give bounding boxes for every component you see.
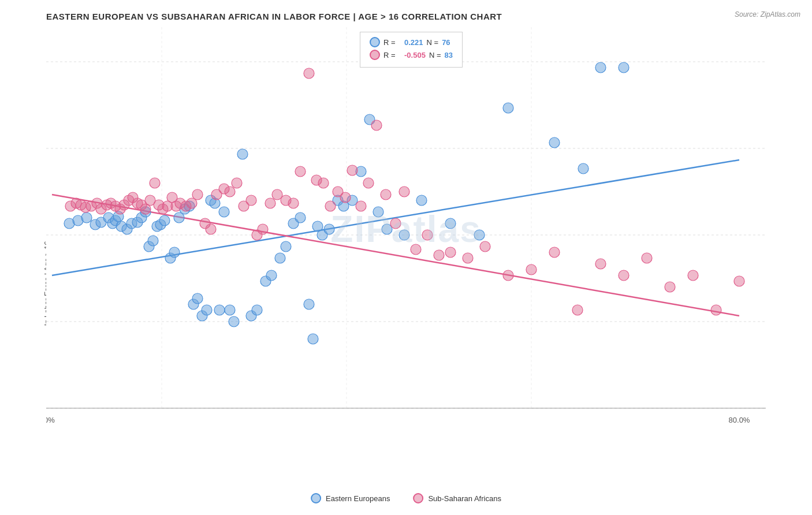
svg-point-143 bbox=[503, 270, 513, 281]
svg-point-116 bbox=[246, 195, 256, 206]
svg-point-133 bbox=[371, 120, 382, 130]
legend-swatch-pink bbox=[370, 50, 380, 60]
svg-point-119 bbox=[265, 198, 275, 208]
legend-n-pink: N = bbox=[429, 51, 441, 59]
svg-point-70 bbox=[373, 207, 383, 217]
svg-point-32 bbox=[148, 236, 158, 246]
chart-title: EASTERN EUROPEAN VS SUBSAHARAN AFRICAN I… bbox=[46, 12, 766, 21]
svg-point-153 bbox=[734, 276, 744, 286]
svg-point-59 bbox=[295, 212, 306, 223]
legend-item-pink: Sub-Saharan Africans bbox=[413, 493, 501, 503]
svg-point-126 bbox=[318, 178, 329, 188]
svg-point-127 bbox=[325, 201, 336, 211]
legend-box: R = 0.221 N = 76 R = -0.505 N = 83 bbox=[360, 32, 463, 68]
svg-point-60 bbox=[304, 299, 314, 309]
svg-point-138 bbox=[422, 230, 433, 240]
svg-point-148 bbox=[619, 270, 629, 281]
svg-point-110 bbox=[206, 224, 216, 234]
svg-point-42 bbox=[192, 293, 203, 304]
svg-point-141 bbox=[463, 253, 473, 263]
chart-container: EASTERN EUROPEAN VS SUBSAHARAN AFRICAN I… bbox=[0, 0, 812, 515]
svg-point-74 bbox=[445, 218, 456, 229]
legend-r-blue: R = bbox=[383, 38, 401, 47]
legend-swatch-blue bbox=[370, 37, 380, 47]
svg-point-35 bbox=[159, 215, 170, 226]
legend-n-blue: N = bbox=[427, 38, 439, 47]
svg-point-108 bbox=[192, 189, 203, 200]
svg-point-56 bbox=[275, 253, 285, 263]
legend-n-value-pink: 83 bbox=[444, 51, 452, 59]
svg-point-53 bbox=[252, 305, 262, 315]
svg-point-77 bbox=[549, 137, 560, 148]
legend-swatch-blue-bottom bbox=[311, 493, 321, 503]
svg-point-122 bbox=[288, 198, 299, 208]
svg-point-72 bbox=[399, 230, 409, 240]
svg-point-131 bbox=[356, 201, 366, 211]
svg-point-151 bbox=[688, 270, 698, 281]
svg-point-57 bbox=[281, 241, 291, 252]
svg-point-145 bbox=[549, 247, 560, 258]
svg-point-130 bbox=[347, 165, 357, 176]
svg-point-142 bbox=[480, 241, 490, 252]
svg-point-113 bbox=[225, 186, 235, 197]
svg-point-61 bbox=[308, 334, 318, 344]
legend-n-value-blue: 76 bbox=[442, 38, 450, 47]
svg-point-152 bbox=[711, 305, 721, 315]
svg-point-99 bbox=[150, 178, 160, 188]
svg-point-76 bbox=[503, 103, 513, 113]
svg-point-114 bbox=[232, 178, 242, 188]
svg-point-135 bbox=[390, 218, 401, 229]
svg-point-47 bbox=[214, 305, 225, 315]
legend-r-pink: R = bbox=[383, 51, 401, 59]
legend-label-blue: Eastern Europeans bbox=[326, 494, 390, 503]
svg-point-64 bbox=[324, 224, 334, 234]
svg-line-14 bbox=[52, 160, 739, 275]
svg-point-80 bbox=[619, 62, 629, 73]
legend-item-blue: Eastern Europeans bbox=[311, 493, 390, 503]
svg-point-118 bbox=[258, 224, 268, 234]
svg-point-49 bbox=[225, 305, 235, 315]
svg-point-79 bbox=[595, 62, 606, 73]
svg-point-149 bbox=[642, 253, 652, 263]
svg-point-18 bbox=[81, 212, 92, 223]
svg-point-150 bbox=[665, 282, 675, 292]
svg-point-144 bbox=[526, 264, 537, 275]
svg-line-15 bbox=[52, 195, 739, 316]
svg-point-147 bbox=[595, 259, 606, 269]
svg-text:80.0%: 80.0% bbox=[729, 416, 750, 424]
svg-point-55 bbox=[266, 270, 277, 281]
source-label: Source: ZipAtlas.com bbox=[735, 10, 800, 18]
bottom-legend: Eastern Europeans Sub-Saharan Africans bbox=[311, 493, 501, 503]
svg-point-78 bbox=[578, 163, 588, 174]
svg-point-129 bbox=[340, 192, 351, 203]
svg-point-140 bbox=[445, 247, 456, 258]
svg-point-37 bbox=[169, 247, 180, 258]
svg-point-136 bbox=[399, 186, 409, 197]
legend-row-pink: R = -0.505 N = 83 bbox=[370, 50, 453, 60]
svg-point-44 bbox=[202, 305, 212, 315]
svg-text:0.0%: 0.0% bbox=[46, 416, 55, 424]
legend-row-blue: R = 0.221 N = 76 bbox=[370, 37, 453, 47]
svg-point-73 bbox=[416, 195, 427, 206]
svg-point-134 bbox=[381, 189, 391, 200]
svg-point-146 bbox=[572, 305, 583, 315]
svg-point-124 bbox=[304, 68, 314, 79]
svg-point-48 bbox=[219, 207, 229, 217]
svg-point-139 bbox=[434, 250, 444, 260]
legend-swatch-pink-bottom bbox=[413, 493, 423, 503]
svg-point-132 bbox=[363, 178, 374, 188]
svg-point-137 bbox=[411, 244, 421, 255]
legend-r-value-blue: 0.221 bbox=[404, 38, 423, 47]
legend-r-value-pink: -0.505 bbox=[404, 51, 426, 59]
svg-point-75 bbox=[474, 230, 485, 240]
chart-area: R = 0.221 N = 76 R = -0.505 N = 83 ZIPat… bbox=[46, 27, 766, 431]
legend-label-pink: Sub-Saharan Africans bbox=[428, 494, 501, 503]
svg-point-51 bbox=[237, 149, 248, 159]
chart-svg: 100.0% 75.0% 50.0% 25.0% 0.0% 80.0% bbox=[46, 27, 766, 431]
svg-point-123 bbox=[295, 166, 306, 177]
svg-point-50 bbox=[229, 316, 239, 327]
